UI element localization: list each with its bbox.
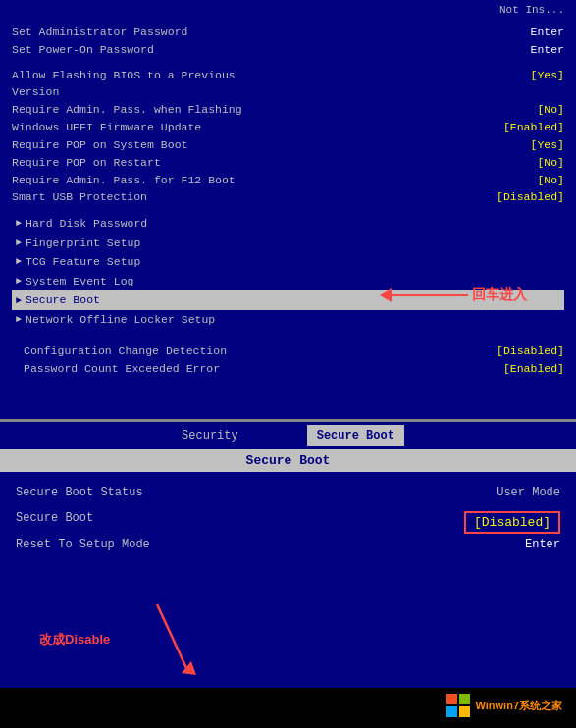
require-admin-pass-label: Require Admin. Pass. when Flashing	[12, 101, 242, 119]
require-pop-restart-row: Require POP on Restart [No]	[12, 154, 564, 172]
watermark: Winwin7系统之家	[440, 691, 568, 720]
disable-annotation	[128, 595, 226, 688]
require-pop-boot-label: Require POP on System Boot	[12, 136, 187, 154]
reset-setup-value: Enter	[525, 538, 560, 551]
fingerprint-setup-item[interactable]: ► Fingerprint Setup	[12, 234, 564, 253]
password-count-row: Password Count Exceeded Error [Enabled]	[24, 360, 564, 378]
windows-logo-icon	[445, 693, 471, 718]
require-admin-pass-row: Require Admin. Pass. when Flashing [No]	[12, 101, 564, 119]
secure-boot-row: Secure Boot [Disabled]	[16, 511, 560, 534]
version-row: Version	[12, 83, 564, 101]
svg-rect-3	[459, 694, 470, 704]
allow-flashing-label: Allow Flashing BIOS to a Previous	[12, 67, 236, 84]
require-admin-pass-value: [No]	[537, 101, 564, 119]
smart-usb-value: [Disabled]	[497, 188, 564, 206]
secure-boot-status-value: User Mode	[497, 486, 560, 499]
config-section: Configuration Change Detection [Disabled…	[12, 342, 564, 378]
svg-rect-4	[446, 706, 457, 717]
hard-disk-password-item[interactable]: ► Hard Disk Password	[12, 214, 564, 234]
menu-arrow-icon: ►	[16, 292, 22, 309]
reset-setup-label: Reset To Setup Mode	[16, 538, 150, 551]
secure-boot-status-label: Secure Boot Status	[16, 486, 143, 499]
enter-annotation-text: 回车进入	[472, 286, 527, 304]
set-admin-password-row: Set Administrator Password Enter	[12, 24, 564, 41]
tab-bar: Security Secure Boot	[0, 422, 576, 449]
config-change-row: Configuration Change Detection [Disabled…	[24, 342, 564, 360]
require-pop-restart-label: Require POP on Restart	[12, 154, 161, 172]
secure-boot-entry-label: Secure Boot	[16, 511, 93, 534]
arrow-line	[390, 294, 468, 296]
menu-arrow-icon: ►	[16, 215, 22, 232]
system-event-label: System Event Log	[26, 272, 133, 291]
menu-arrow-icon: ►	[16, 234, 22, 251]
set-admin-value: Enter	[530, 24, 564, 41]
secure-boot-label: Secure Boot	[26, 290, 100, 310]
enter-annotation: 回车进入	[390, 286, 527, 304]
allow-flashing-value: [Yes]	[530, 67, 564, 84]
not-installed-label: Not Ins...	[0, 0, 576, 16]
tab-secure-boot[interactable]: Secure Boot	[307, 425, 404, 446]
password-count-label: Password Count Exceeded Error	[24, 360, 220, 378]
hard-disk-label: Hard Disk Password	[26, 214, 147, 234]
smart-usb-label: Smart USB Protection	[12, 188, 147, 206]
menu-arrow-icon: ►	[16, 273, 22, 289]
config-change-label: Configuration Change Detection	[24, 342, 227, 360]
config-change-value: [Disabled]	[497, 342, 564, 360]
require-admin-f12-row: Require Admin. Pass. for F12 Boot [No]	[12, 172, 564, 189]
set-poweron-label: Set Power-On Password	[12, 41, 154, 59]
disable-annotation-text: 改成Disable	[39, 632, 110, 647]
require-pop-restart-value: [No]	[537, 154, 564, 172]
svg-rect-2	[446, 694, 457, 704]
fingerprint-label: Fingerprint Setup	[26, 234, 140, 253]
network-offline-item[interactable]: ► Network Offline Locker Setup	[12, 310, 564, 330]
version-label: Version	[12, 83, 59, 101]
bios-bottom-panel: Security Secure Boot Secure Boot Secure …	[0, 422, 576, 728]
allow-flashing-row: Allow Flashing BIOS to a Previous [Yes]	[12, 67, 564, 84]
svg-rect-5	[459, 706, 470, 717]
require-admin-f12-label: Require Admin. Pass. for F12 Boot	[12, 172, 236, 189]
disabled-box[interactable]: [Disabled]	[464, 511, 560, 534]
require-pop-boot-row: Require POP on System Boot [Yes]	[12, 136, 564, 154]
secure-boot-content: Secure Boot Status User Mode Secure Boot…	[0, 472, 576, 688]
set-poweron-value: Enter	[530, 41, 564, 59]
set-poweron-row: Set Power-On Password Enter	[12, 41, 564, 59]
bios-settings-list: Set Administrator Password Enter Set Pow…	[0, 16, 576, 386]
menu-arrow-icon: ►	[16, 253, 22, 270]
menu-arrow-icon: ►	[16, 311, 22, 328]
watermark-text: Winwin7系统之家	[475, 699, 562, 713]
password-count-value: [Enabled]	[503, 360, 564, 378]
require-admin-f12-value: [No]	[537, 172, 564, 189]
secure-boot-panel-title: Secure Boot	[0, 449, 576, 472]
windows-uefi-label: Windows UEFI Firmware Update	[12, 119, 201, 136]
disable-arrow-svg	[128, 595, 226, 683]
tcg-feature-item[interactable]: ► TCG Feature Setup	[12, 252, 564, 272]
secure-boot-status-row: Secure Boot Status User Mode	[16, 486, 560, 499]
smart-usb-row: Smart USB Protection [Disabled]	[12, 188, 564, 206]
reset-setup-mode-row: Reset To Setup Mode Enter	[16, 538, 560, 551]
tab-security[interactable]: Security	[172, 425, 248, 446]
tcg-label: TCG Feature Setup	[26, 252, 140, 272]
windows-uefi-row: Windows UEFI Firmware Update [Enabled]	[12, 119, 564, 136]
set-admin-label: Set Administrator Password	[12, 24, 187, 41]
network-offline-label: Network Offline Locker Setup	[26, 310, 215, 330]
svg-line-0	[157, 604, 186, 668]
require-pop-boot-value: [Yes]	[530, 136, 564, 154]
windows-uefi-value: [Enabled]	[503, 119, 564, 136]
bios-top-panel: Not Ins... Set Administrator Password En…	[0, 0, 576, 422]
disable-text-annotation: 改成Disable	[39, 631, 110, 649]
